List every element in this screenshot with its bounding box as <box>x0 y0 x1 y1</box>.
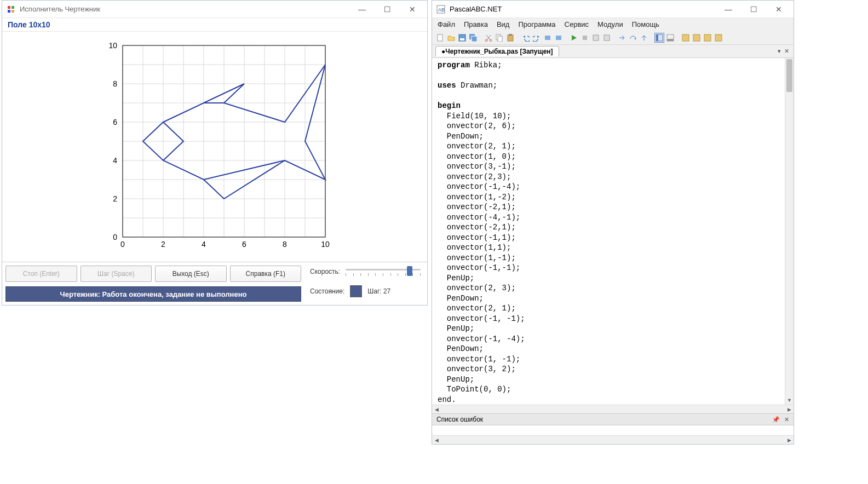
svg-rect-1 <box>12 6 14 9</box>
svg-text:AB: AB <box>438 7 445 13</box>
svg-text:6: 6 <box>242 240 246 249</box>
menu-edit[interactable]: Правка <box>464 20 488 28</box>
menu-view[interactable]: Вид <box>497 20 510 28</box>
stop-button[interactable]: Стоп (Enter) <box>5 266 77 282</box>
step-counter: Шаг: 27 <box>367 287 390 295</box>
code-text[interactable]: program Ribka; uses Drawman; begin Field… <box>432 58 794 405</box>
minimize-button[interactable]: — <box>349 1 375 18</box>
svg-rect-58 <box>656 34 658 41</box>
step-button[interactable]: Шаг (Space) <box>81 266 152 282</box>
scroll-down-icon[interactable]: ▼ <box>785 396 794 405</box>
nav-back-icon[interactable] <box>543 33 553 43</box>
speed-label: Скорость: <box>310 268 340 275</box>
svg-text:0: 0 <box>120 240 125 249</box>
stop-icon[interactable] <box>580 33 590 43</box>
exit-button[interactable]: Выход (Esc) <box>155 266 227 282</box>
svg-text:2: 2 <box>113 194 117 203</box>
app-icon <box>7 5 15 14</box>
maximize-button[interactable]: ☐ <box>375 1 400 18</box>
scroll-right-icon[interactable]: ▶ <box>785 405 794 413</box>
svg-rect-0 <box>8 6 10 9</box>
panel-toggle-2-icon[interactable] <box>665 33 675 43</box>
svg-rect-41 <box>438 34 442 41</box>
cut-icon[interactable] <box>484 33 493 43</box>
panel-toggle-1-icon[interactable] <box>654 33 664 43</box>
step-into-icon[interactable] <box>617 33 627 43</box>
menu-program[interactable]: Программа <box>518 20 555 28</box>
window-2-icon[interactable] <box>692 33 702 43</box>
open-file-icon[interactable] <box>446 33 456 43</box>
menu-service[interactable]: Сервис <box>565 20 589 28</box>
menu-bar: Файл Правка Вид Программа Сервис Модули … <box>432 18 794 31</box>
ide-maximize-button[interactable]: ☐ <box>741 1 766 18</box>
help-button[interactable]: Справка (F1) <box>230 266 302 282</box>
titlebar[interactable]: Исполнитель Чертежник — ☐ ✕ <box>2 1 427 18</box>
errors-title: Список ошибок <box>436 416 483 423</box>
window-title: Исполнитель Чертежник <box>20 5 100 13</box>
svg-rect-49 <box>498 36 502 42</box>
svg-rect-45 <box>472 36 477 42</box>
ide-app-icon: AB <box>436 5 445 14</box>
tab-dropdown-icon[interactable]: ▾ <box>778 48 781 55</box>
ide-title: PascalABC.NET <box>450 5 502 13</box>
step-over-icon[interactable] <box>628 33 638 43</box>
errors-panel-body <box>432 425 794 435</box>
vertical-scrollbar[interactable]: ▲ ▼ <box>785 58 794 405</box>
new-file-icon[interactable] <box>435 33 445 43</box>
speed-slider[interactable] <box>346 266 421 278</box>
build-icon[interactable] <box>602 33 612 43</box>
step-out-icon[interactable] <box>639 33 649 43</box>
errors-scroll-right-icon[interactable]: ▶ <box>785 436 794 444</box>
save-icon[interactable] <box>457 33 467 43</box>
menu-file[interactable]: Файл <box>438 20 455 28</box>
errors-panel-header[interactable]: Список ошибок 📌 ✕ <box>432 413 794 425</box>
svg-text:2: 2 <box>161 240 165 249</box>
ide-minimize-button[interactable]: — <box>716 1 741 18</box>
svg-rect-51 <box>509 34 512 36</box>
svg-rect-55 <box>593 35 599 41</box>
redo-icon[interactable] <box>532 33 542 43</box>
svg-rect-43 <box>460 38 464 41</box>
window-4-icon[interactable] <box>714 33 723 43</box>
menu-help[interactable]: Помощь <box>632 20 659 28</box>
file-tab[interactable]: ●Чертежник_Рыбка.pas [Запущен] <box>435 46 559 56</box>
errors-horizontal-scrollbar[interactable]: ◀ ▶ <box>432 435 794 444</box>
save-all-icon[interactable] <box>468 33 478 43</box>
close-button[interactable]: ✕ <box>400 1 425 18</box>
svg-rect-61 <box>682 34 689 41</box>
scroll-left-icon[interactable]: ◀ <box>432 405 441 413</box>
menu-modules[interactable]: Модули <box>597 20 623 28</box>
horizontal-scrollbar[interactable]: ◀ ▶ <box>432 405 794 413</box>
svg-rect-50 <box>508 35 513 41</box>
ide-close-button[interactable]: ✕ <box>766 1 791 18</box>
svg-rect-2 <box>8 10 10 13</box>
svg-rect-60 <box>667 39 674 41</box>
ide-titlebar[interactable]: AB PascalABC.NET — ☐ ✕ <box>432 1 794 18</box>
svg-rect-56 <box>604 35 610 41</box>
svg-rect-63 <box>704 34 711 41</box>
copy-icon[interactable] <box>495 33 504 43</box>
compile-icon[interactable] <box>591 33 601 43</box>
paste-icon[interactable] <box>505 33 515 43</box>
state-label: Состояние: <box>310 287 344 295</box>
errors-scroll-left-icon[interactable]: ◀ <box>432 436 441 444</box>
svg-rect-3 <box>12 10 14 13</box>
drawing-canvas: 02468100246810 <box>2 32 427 262</box>
tab-bar: ●Чертежник_Рыбка.pas [Запущен] ▾ ✕ <box>432 45 794 58</box>
nav-fwd-icon[interactable] <box>554 33 564 43</box>
control-panel: Стоп (Enter) Шаг (Space) Выход (Esc) Спр… <box>2 262 427 305</box>
window-3-icon[interactable] <box>703 33 712 43</box>
pin-icon[interactable]: 📌 <box>772 416 780 423</box>
tab-close-icon[interactable]: ✕ <box>784 48 789 55</box>
grid-plot: 02468100246810 <box>101 40 331 259</box>
svg-rect-52 <box>545 36 550 40</box>
code-editor[interactable]: program Ribka; uses Drawman; begin Field… <box>432 58 794 405</box>
svg-text:4: 4 <box>202 240 206 249</box>
state-color-swatch <box>350 285 362 297</box>
undo-icon[interactable] <box>521 33 531 43</box>
scroll-thumb[interactable] <box>786 59 792 92</box>
run-icon[interactable] <box>569 33 579 43</box>
errors-close-icon[interactable]: ✕ <box>784 416 789 423</box>
window-1-icon[interactable] <box>681 33 691 43</box>
svg-text:6: 6 <box>113 118 117 126</box>
